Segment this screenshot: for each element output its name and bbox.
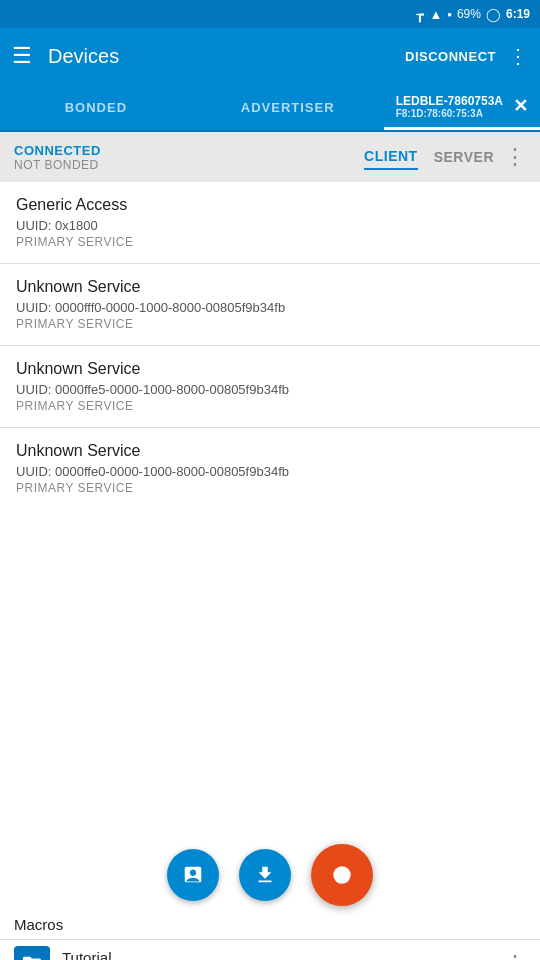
tab-advertiser[interactable]: ADVERTISER bbox=[192, 86, 384, 129]
svg-point-0 bbox=[333, 866, 350, 883]
service-uuid: UUID: 0000fff0-0000-1000-8000-00805f9b34… bbox=[16, 300, 524, 315]
service-item[interactable]: Generic Access UUID: 0x1800 PRIMARY SERV… bbox=[0, 182, 540, 264]
service-name: Unknown Service bbox=[16, 360, 524, 378]
service-name: Unknown Service bbox=[16, 278, 524, 296]
conn-more-icon[interactable]: ⋮ bbox=[504, 144, 526, 170]
connection-status-bar: CONNECTED NOT BONDED CLIENT SERVER ⋮ bbox=[0, 132, 540, 182]
service-name: Unknown Service bbox=[16, 442, 524, 460]
not-bonded-label: NOT BONDED bbox=[14, 158, 364, 172]
tab-device[interactable]: LEDBLE-7860753A F8:1D:78:60:75:3A ✕ bbox=[384, 84, 540, 130]
service-item[interactable]: Unknown Service UUID: 0000ffe5-0000-1000… bbox=[0, 346, 540, 428]
record-button[interactable] bbox=[311, 844, 373, 906]
client-server-tabs: CLIENT SERVER bbox=[364, 144, 494, 170]
device-tab-name: LEDBLE-7860753A bbox=[396, 94, 503, 108]
tutorial-more-icon[interactable]: ⋮ bbox=[504, 951, 526, 960]
service-uuid: UUID: 0x1800 bbox=[16, 218, 524, 233]
tutorial-name: Tutorial bbox=[62, 949, 504, 961]
device-tab-mac: F8:1D:78:60:75:3A bbox=[396, 108, 503, 119]
status-bar: ┲ ▲ ▪ 69% ◯ 6:19 bbox=[0, 0, 540, 28]
time-display: 6:19 bbox=[506, 7, 530, 21]
add-macro-button[interactable] bbox=[167, 849, 219, 901]
download-macro-button[interactable] bbox=[239, 849, 291, 901]
device-tabs-row: BONDED ADVERTISER LEDBLE-7860753A F8:1D:… bbox=[0, 84, 540, 132]
service-type: PRIMARY SERVICE bbox=[16, 317, 524, 331]
tutorial-info: Tutorial 3 items bbox=[62, 949, 504, 961]
more-options-icon[interactable]: ⋮ bbox=[508, 44, 528, 68]
tutorial-row[interactable]: Tutorial 3 items ⋮ bbox=[0, 939, 540, 960]
signal-icon: ▪ bbox=[447, 7, 452, 22]
app-bar: ☰ Devices DISCONNECT ⋮ bbox=[0, 28, 540, 84]
fab-row bbox=[0, 830, 540, 916]
battery-level: 69% bbox=[457, 7, 481, 21]
bluetooth-icon: ┲ bbox=[416, 7, 424, 22]
app-title: Devices bbox=[48, 45, 405, 68]
connected-label: CONNECTED bbox=[14, 143, 364, 158]
service-list: Generic Access UUID: 0x1800 PRIMARY SERV… bbox=[0, 182, 540, 830]
battery-icon: ◯ bbox=[486, 7, 501, 22]
connection-status-left: CONNECTED NOT BONDED bbox=[14, 143, 364, 172]
service-item[interactable]: Unknown Service UUID: 0000fff0-0000-1000… bbox=[0, 264, 540, 346]
service-type: PRIMARY SERVICE bbox=[16, 481, 524, 495]
status-icons: ┲ ▲ ▪ 69% ◯ 6:19 bbox=[416, 7, 530, 22]
close-device-tab-icon[interactable]: ✕ bbox=[513, 95, 528, 117]
service-type: PRIMARY SERVICE bbox=[16, 235, 524, 249]
service-uuid: UUID: 0000ffe5-0000-1000-8000-00805f9b34… bbox=[16, 382, 524, 397]
folder-icon bbox=[14, 946, 50, 960]
menu-icon[interactable]: ☰ bbox=[12, 43, 32, 69]
tab-bonded[interactable]: BONDED bbox=[0, 86, 192, 129]
service-item[interactable]: Unknown Service UUID: 0000ffe0-0000-1000… bbox=[0, 428, 540, 509]
bottom-bar: Macros Tutorial 3 items ⋮ bbox=[0, 830, 540, 960]
service-uuid: UUID: 0000ffe0-0000-1000-8000-00805f9b34… bbox=[16, 464, 524, 479]
tab-client[interactable]: CLIENT bbox=[364, 144, 418, 170]
service-type: PRIMARY SERVICE bbox=[16, 399, 524, 413]
disconnect-button[interactable]: DISCONNECT bbox=[405, 49, 496, 64]
macros-label: Macros bbox=[0, 916, 540, 939]
tab-server[interactable]: SERVER bbox=[434, 145, 494, 169]
service-name: Generic Access bbox=[16, 196, 524, 214]
wifi-icon: ▲ bbox=[429, 7, 442, 22]
